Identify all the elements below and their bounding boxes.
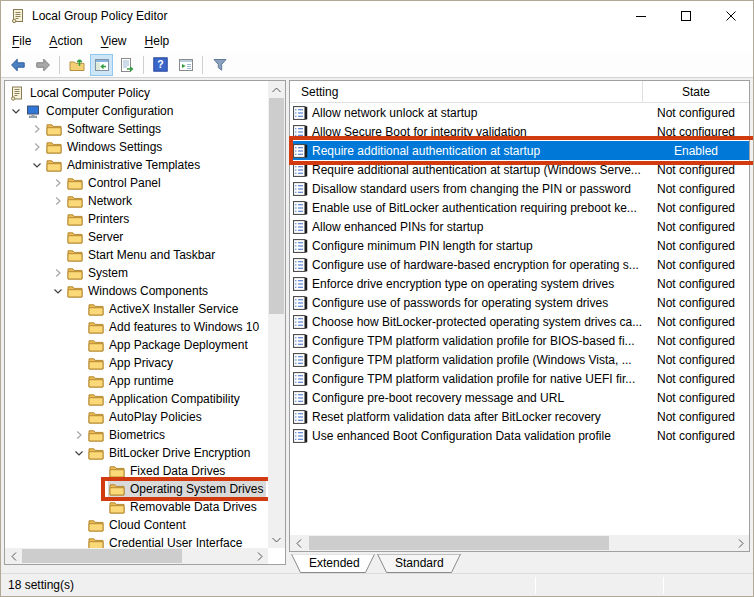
tree-item-bitlocker-drive-encryption[interactable]: BitLocker Drive Encryption bbox=[5, 444, 268, 462]
tree-item-fixed-data-drives[interactable]: Fixed Data Drives bbox=[5, 462, 268, 480]
tree-item-content[interactable]: Control Panel bbox=[66, 174, 164, 192]
scroll-up-icon[interactable] bbox=[268, 81, 285, 98]
setting-row-enable-use-of-bitlocker-authentication-r[interactable]: Enable use of BitLocker authentication r… bbox=[290, 198, 749, 217]
scroll-right-icon[interactable] bbox=[732, 535, 749, 551]
setting-row-choose-how-bitlocker-protected-operating[interactable]: Choose how BitLocker-protected operating… bbox=[290, 312, 749, 331]
scroll-down-icon[interactable] bbox=[268, 531, 285, 548]
setting-row-enforce-drive-encryption-type-on-operati[interactable]: Enforce drive encryption type on operati… bbox=[290, 274, 749, 293]
setting-row-configure-tpm-platform-validation-profil[interactable]: Configure TPM platform validation profil… bbox=[290, 369, 749, 388]
tree-item-content[interactable]: Application Compatibility bbox=[87, 390, 243, 408]
chevron-down-icon[interactable] bbox=[50, 285, 66, 297]
maximize-button[interactable] bbox=[663, 1, 708, 30]
tree-item-activex-installer-service[interactable]: ActiveX Installer Service bbox=[5, 300, 268, 318]
scrollbar-thumb[interactable] bbox=[22, 549, 182, 563]
chevron-right-icon[interactable] bbox=[50, 195, 66, 207]
tree-item-removable-data-drives[interactable]: Removable Data Drives bbox=[5, 498, 268, 516]
tree-item-application-compatibility[interactable]: Application Compatibility bbox=[5, 390, 268, 408]
tree-item-content[interactable]: Windows Components bbox=[66, 282, 211, 300]
tree-item-autoplay-policies[interactable]: AutoPlay Policies bbox=[5, 408, 268, 426]
tree-item-system[interactable]: System bbox=[5, 264, 268, 282]
tree-item-content[interactable]: Add features to Windows 10 bbox=[87, 318, 262, 336]
setting-row-reset-platform-validation-data-after-bit[interactable]: Reset platform validation data after Bit… bbox=[290, 407, 749, 426]
scrollbar-thumb[interactable] bbox=[269, 98, 284, 314]
chevron-right-icon[interactable] bbox=[50, 267, 66, 279]
menu-action[interactable]: Action bbox=[40, 32, 91, 50]
tree-vertical-scrollbar[interactable] bbox=[268, 81, 285, 548]
setting-row-require-additional-authentication-at-sta[interactable]: Require additional authentication at sta… bbox=[290, 141, 749, 160]
scroll-left-icon[interactable] bbox=[290, 535, 307, 551]
column-header-state[interactable]: State bbox=[643, 81, 749, 102]
tree-item-content[interactable]: App Privacy bbox=[87, 354, 176, 372]
tree-item-content[interactable]: Server bbox=[66, 228, 126, 246]
help-button[interactable]: ? bbox=[149, 54, 172, 76]
tree-item-start-menu-and-taskbar[interactable]: Start Menu and Taskbar bbox=[5, 246, 268, 264]
tree-item-content[interactable]: ActiveX Installer Service bbox=[87, 300, 241, 318]
extended-view-button[interactable] bbox=[174, 54, 197, 76]
close-button[interactable] bbox=[708, 1, 753, 30]
scrollbar-track[interactable] bbox=[268, 98, 285, 531]
scrollbar-track[interactable] bbox=[307, 535, 732, 551]
tree-item-app-package-deployment[interactable]: App Package Deployment bbox=[5, 336, 268, 354]
tree-item-content[interactable]: Operating System Drives bbox=[108, 480, 266, 498]
setting-row-use-enhanced-boot-configuration-data-val[interactable]: Use enhanced Boot Configuration Data val… bbox=[290, 426, 749, 445]
tree-item-biometrics[interactable]: Biometrics bbox=[5, 426, 268, 444]
tree-item-content[interactable]: Computer Configuration bbox=[24, 102, 176, 120]
menu-help[interactable]: Help bbox=[136, 32, 179, 50]
tree-item-add-features-to-windows-10[interactable]: Add features to Windows 10 bbox=[5, 318, 268, 336]
tree-item-windows-settings[interactable]: Windows Settings bbox=[5, 138, 268, 156]
export-list-button[interactable] bbox=[115, 54, 138, 76]
tree-item-content[interactable]: Network bbox=[66, 192, 135, 210]
tree-item-content[interactable]: Printers bbox=[66, 210, 132, 228]
chevron-down-icon[interactable] bbox=[71, 447, 87, 459]
scrollbar-track[interactable] bbox=[22, 548, 251, 564]
forward-button[interactable] bbox=[31, 54, 54, 76]
tree-item-computer-configuration[interactable]: Computer Configuration bbox=[5, 102, 268, 120]
tree-item-server[interactable]: Server bbox=[5, 228, 268, 246]
chevron-right-icon[interactable] bbox=[29, 141, 45, 153]
tree-item-local-computer-policy[interactable]: Local Computer Policy bbox=[5, 84, 268, 102]
tree-item-content[interactable]: App Package Deployment bbox=[87, 336, 251, 354]
tree-item-content[interactable]: Local Computer Policy bbox=[8, 84, 153, 102]
list-horizontal-scrollbar[interactable] bbox=[290, 535, 749, 551]
tree-item-content[interactable]: System bbox=[66, 264, 131, 282]
chevron-right-icon[interactable] bbox=[50, 177, 66, 189]
setting-row-configure-pre-boot-recovery-message-and-[interactable]: Configure pre-boot recovery message and … bbox=[290, 388, 749, 407]
tree-item-content[interactable]: BitLocker Drive Encryption bbox=[87, 444, 253, 462]
tree-item-content[interactable]: Biometrics bbox=[87, 426, 168, 444]
menu-file[interactable]: File bbox=[3, 32, 40, 50]
tree-item-content[interactable]: App runtime bbox=[87, 372, 177, 390]
setting-row-require-additional-authentication-at-sta[interactable]: Require additional authentication at sta… bbox=[290, 160, 749, 179]
setting-row-allow-network-unlock-at-startup[interactable]: Allow network unlock at startupNot confi… bbox=[290, 103, 749, 122]
chevron-down-icon[interactable] bbox=[8, 105, 24, 117]
tree-item-printers[interactable]: Printers bbox=[5, 210, 268, 228]
menu-view[interactable]: View bbox=[92, 32, 136, 50]
scrollbar-thumb[interactable] bbox=[309, 536, 609, 550]
tree-item-content[interactable]: Fixed Data Drives bbox=[108, 462, 228, 480]
show-console-tree-button[interactable] bbox=[90, 54, 113, 76]
tree-item-content[interactable]: Windows Settings bbox=[45, 138, 165, 156]
back-button[interactable] bbox=[6, 54, 29, 76]
tree-item-app-runtime[interactable]: App runtime bbox=[5, 372, 268, 390]
tree-item-windows-components[interactable]: Windows Components bbox=[5, 282, 268, 300]
setting-row-configure-use-of-passwords-for-operating[interactable]: Configure use of passwords for operating… bbox=[290, 293, 749, 312]
chevron-down-icon[interactable] bbox=[29, 159, 45, 171]
tree-item-control-panel[interactable]: Control Panel bbox=[5, 174, 268, 192]
setting-row-configure-minimum-pin-length-for-startup[interactable]: Configure minimum PIN length for startup… bbox=[290, 236, 749, 255]
filter-button[interactable] bbox=[208, 54, 231, 76]
tree-item-content[interactable]: Cloud Content bbox=[87, 516, 189, 534]
tree-horizontal-scrollbar[interactable] bbox=[5, 548, 268, 564]
tree-item-administrative-templates[interactable]: Administrative Templates bbox=[5, 156, 268, 174]
tree-item-network[interactable]: Network bbox=[5, 192, 268, 210]
tree-item-credential-user-interface[interactable]: Credential User Interface bbox=[5, 534, 268, 548]
tab-standard[interactable]: Standard bbox=[377, 554, 461, 574]
scroll-right-icon[interactable] bbox=[251, 548, 268, 564]
tree-item-content[interactable]: Administrative Templates bbox=[45, 156, 203, 174]
chevron-right-icon[interactable] bbox=[29, 123, 45, 135]
tree-item-software-settings[interactable]: Software Settings bbox=[5, 120, 268, 138]
chevron-right-icon[interactable] bbox=[71, 429, 87, 441]
scroll-left-icon[interactable] bbox=[5, 548, 22, 564]
up-one-level-button[interactable] bbox=[65, 54, 88, 76]
tree-item-app-privacy[interactable]: App Privacy bbox=[5, 354, 268, 372]
setting-row-allow-secure-boot-for-integrity-validati[interactable]: Allow Secure Boot for integrity validati… bbox=[290, 122, 749, 141]
setting-row-configure-use-of-hardware-based-encrypti[interactable]: Configure use of hardware-based encrypti… bbox=[290, 255, 749, 274]
